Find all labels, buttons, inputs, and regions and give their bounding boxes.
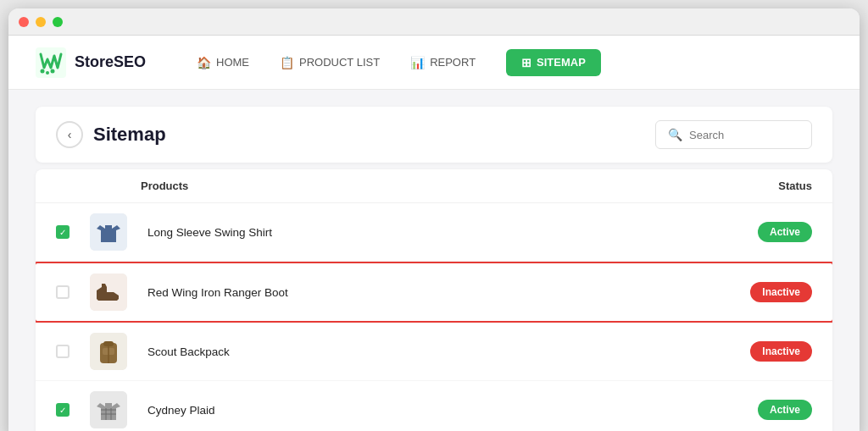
checkbox-cell-2 xyxy=(56,285,90,299)
product-name-2: Red Wing Iron Ranger Boot xyxy=(141,286,710,299)
table-row-highlighted: Red Wing Iron Ranger Boot Inactive xyxy=(36,262,832,323)
sitemap-icon: ⊞ xyxy=(521,56,531,69)
table-header: Products Status xyxy=(36,169,832,203)
back-button[interactable]: ‹ xyxy=(56,121,83,148)
status-badge-3: Inactive xyxy=(750,341,812,362)
product-name-1: Long Sleeve Swing Shirt xyxy=(141,226,710,239)
checkbox-4[interactable]: ✓ xyxy=(56,403,70,417)
top-nav: StoreSEO 🏠 HOME 📋 PRODUCT LIST 📊 REPORT … xyxy=(8,36,860,90)
checkbox-2[interactable] xyxy=(56,285,70,299)
col-header-checkbox xyxy=(56,180,90,192)
svg-rect-0 xyxy=(36,47,66,78)
app-content: StoreSEO 🏠 HOME 📋 PRODUCT LIST 📊 REPORT … xyxy=(8,36,860,431)
status-cell-3: Inactive xyxy=(710,341,812,362)
product-thumb-3 xyxy=(90,333,127,370)
main-content: ‹ Sitemap 🔍 Products Status xyxy=(8,90,860,431)
checkbox-1[interactable]: ✓ xyxy=(56,225,70,239)
title-bar xyxy=(8,8,860,36)
product-name-4: Cydney Plaid xyxy=(141,404,710,417)
logo-text: StoreSEO xyxy=(75,53,146,71)
minimize-button[interactable] xyxy=(36,17,46,27)
nav-links: 🏠 HOME 📋 PRODUCT LIST 📊 REPORT ⊞ SITEMAP xyxy=(197,49,832,76)
table-row: Scout Backpack Inactive xyxy=(36,323,832,381)
product-thumb-1 xyxy=(90,213,127,251)
close-button[interactable] xyxy=(19,17,29,27)
page-title: Sitemap xyxy=(93,124,166,146)
nav-report[interactable]: 📊 REPORT xyxy=(410,56,476,69)
home-icon: 🏠 xyxy=(197,56,211,69)
checkbox-cell-1: ✓ xyxy=(56,225,90,239)
list-icon: 📋 xyxy=(280,56,294,69)
svg-point-3 xyxy=(51,69,55,73)
checkbox-3[interactable] xyxy=(56,345,70,358)
status-badge-2: Inactive xyxy=(750,282,812,302)
status-badge-4: Active xyxy=(758,400,812,420)
table-row: ✓ Cydney Pl xyxy=(36,381,832,431)
app-window: StoreSEO 🏠 HOME 📋 PRODUCT LIST 📊 REPORT … xyxy=(8,8,860,431)
status-cell-2: Inactive xyxy=(710,282,812,302)
svg-point-2 xyxy=(46,71,49,75)
col-header-image xyxy=(90,180,141,192)
logo-area: StoreSEO xyxy=(36,47,146,78)
product-name-3: Scout Backpack xyxy=(141,345,710,358)
page-title-area: ‹ Sitemap xyxy=(56,121,166,148)
checkbox-cell-3 xyxy=(56,345,90,358)
search-input[interactable] xyxy=(689,129,799,141)
nav-sitemap[interactable]: ⊞ SITEMAP xyxy=(506,49,601,76)
status-cell-1: Active xyxy=(710,222,812,242)
checkbox-cell-4: ✓ xyxy=(56,403,90,417)
products-table: Products Status ✓ Long Sl xyxy=(36,169,832,431)
nav-product-list[interactable]: 📋 PRODUCT LIST xyxy=(280,56,380,69)
page-header: ‹ Sitemap 🔍 xyxy=(36,107,832,163)
logo-icon xyxy=(36,47,66,78)
col-header-status: Status xyxy=(710,180,812,192)
nav-home[interactable]: 🏠 HOME xyxy=(197,56,249,69)
search-box[interactable]: 🔍 xyxy=(655,120,812,149)
product-thumb-2 xyxy=(90,274,127,311)
report-icon: 📊 xyxy=(410,56,425,69)
search-icon: 🔍 xyxy=(668,128,682,141)
col-header-products: Products xyxy=(141,180,710,192)
status-badge-1: Active xyxy=(758,222,812,242)
product-thumb-4 xyxy=(90,391,127,428)
table-row: ✓ Long Sleeve Swing Shirt Active xyxy=(36,203,832,262)
status-cell-4: Active xyxy=(710,400,812,420)
maximize-button[interactable] xyxy=(53,17,63,27)
svg-point-1 xyxy=(41,69,45,73)
